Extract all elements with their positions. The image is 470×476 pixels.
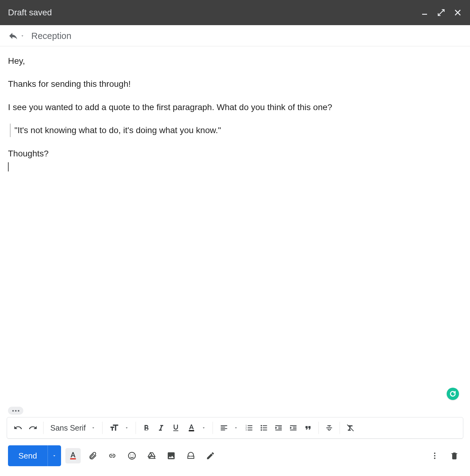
more-options-button[interactable]: [427, 448, 442, 463]
format-toolbar: Sans Serif 123: [7, 417, 463, 439]
popout-icon: [437, 9, 445, 17]
underline-button[interactable]: [169, 421, 183, 435]
body-line: Thanks for sending this through!: [8, 77, 462, 90]
bold-button[interactable]: [140, 421, 153, 435]
show-trimmed-content[interactable]: [8, 407, 23, 415]
svg-text:1: 1: [246, 424, 247, 427]
minimize-button[interactable]: [420, 8, 429, 17]
svg-point-9: [128, 452, 135, 459]
discard-draft-button[interactable]: [447, 448, 462, 463]
attach-file-button[interactable]: [85, 448, 100, 463]
message-body[interactable]: Hey, Thanks for sending this through! I …: [0, 46, 470, 407]
insert-photo-button[interactable]: [164, 448, 179, 463]
text-color-button[interactable]: [184, 421, 209, 435]
grammarly-icon: [449, 390, 457, 398]
text-color-icon: [187, 423, 196, 432]
redo-button[interactable]: [26, 421, 40, 435]
undo-icon: [13, 423, 23, 432]
reply-icon: [8, 31, 18, 41]
svg-point-16: [434, 458, 436, 459]
emoji-icon: [127, 451, 137, 460]
bullet-list-button[interactable]: [257, 421, 271, 435]
svg-rect-1: [189, 430, 195, 432]
insert-emoji-button[interactable]: [124, 448, 140, 463]
italic-button[interactable]: [154, 421, 168, 435]
formatting-options-button[interactable]: [65, 448, 81, 463]
indent-less-icon: [274, 424, 283, 432]
trash-icon: [450, 451, 459, 460]
text-cursor: [8, 162, 9, 171]
remove-format-icon: [346, 424, 355, 432]
font-family-label: Sans Serif: [50, 424, 86, 432]
svg-point-6: [261, 427, 262, 429]
grammarly-badge[interactable]: [447, 388, 459, 400]
numbered-list-button[interactable]: 123: [242, 421, 256, 435]
minimize-icon: [421, 9, 428, 16]
close-button[interactable]: [453, 8, 462, 17]
align-left-icon: [220, 424, 228, 432]
underline-icon: [171, 424, 180, 432]
svg-point-11: [133, 455, 133, 455]
italic-icon: [157, 424, 165, 432]
chevron-down-icon: [91, 426, 95, 430]
insert-link-button[interactable]: [105, 448, 120, 463]
remove-formatting-button[interactable]: [344, 421, 357, 435]
insert-signature-button[interactable]: [203, 448, 218, 463]
indent-more-icon: [289, 424, 298, 432]
svg-point-14: [434, 453, 436, 454]
body-line: Thoughts?: [8, 147, 462, 160]
numbered-list-icon: 123: [245, 424, 253, 432]
chevron-down-icon: [125, 426, 129, 430]
font-family-selector[interactable]: Sans Serif: [47, 421, 98, 435]
quote-icon: [304, 424, 312, 432]
undo-button[interactable]: [11, 421, 25, 435]
chevron-down-icon: [20, 34, 25, 38]
reply-type-selector[interactable]: [8, 31, 25, 41]
separator: [318, 422, 319, 434]
link-icon: [108, 451, 117, 460]
strikethrough-button[interactable]: [322, 421, 336, 435]
svg-rect-13: [190, 455, 191, 456]
close-icon: [454, 9, 462, 17]
separator: [340, 422, 340, 434]
svg-text:3: 3: [246, 429, 247, 431]
titlebar-title: Draft saved: [8, 8, 420, 17]
svg-point-15: [434, 455, 436, 457]
confidential-mode-button[interactable]: [183, 448, 198, 463]
body-line: Hey,: [8, 54, 462, 67]
confidential-icon: [186, 451, 195, 460]
text-format-icon: [68, 451, 78, 461]
send-button[interactable]: Send: [8, 445, 48, 466]
svg-point-10: [130, 455, 131, 455]
body-quote: "It's not knowing what to do, it's doing…: [10, 124, 462, 137]
more-vertical-icon: [430, 451, 439, 460]
indent-more-button[interactable]: [287, 421, 300, 435]
compose-window: Draft saved Reception Hey, Thanks: [0, 0, 470, 476]
recipients-row[interactable]: Reception: [0, 25, 470, 46]
send-options-button[interactable]: [48, 445, 61, 466]
dot-icon: [15, 410, 17, 412]
pen-icon: [206, 451, 215, 460]
indent-less-button[interactable]: [272, 421, 285, 435]
dot-icon: [18, 410, 19, 412]
quote-button[interactable]: [301, 421, 315, 435]
font-size-selector[interactable]: [106, 421, 132, 435]
popout-button[interactable]: [437, 8, 445, 17]
align-button[interactable]: [217, 421, 241, 435]
send-button-group: Send: [8, 445, 61, 466]
separator: [43, 422, 44, 434]
body-line: I see you wanted to add a quote to the f…: [8, 101, 462, 114]
svg-rect-8: [70, 458, 76, 459]
dot-icon: [12, 410, 14, 412]
strikethrough-icon: [325, 424, 333, 432]
drive-icon: [147, 451, 156, 460]
separator: [102, 422, 102, 434]
bullet-list-icon: [260, 424, 268, 432]
recipients-field[interactable]: Reception: [31, 31, 71, 41]
svg-text:2: 2: [246, 427, 247, 429]
svg-point-5: [261, 425, 262, 427]
chevron-down-icon: [52, 453, 57, 458]
chevron-down-icon: [202, 426, 206, 430]
image-icon: [167, 451, 176, 460]
insert-drive-button[interactable]: [144, 448, 159, 463]
